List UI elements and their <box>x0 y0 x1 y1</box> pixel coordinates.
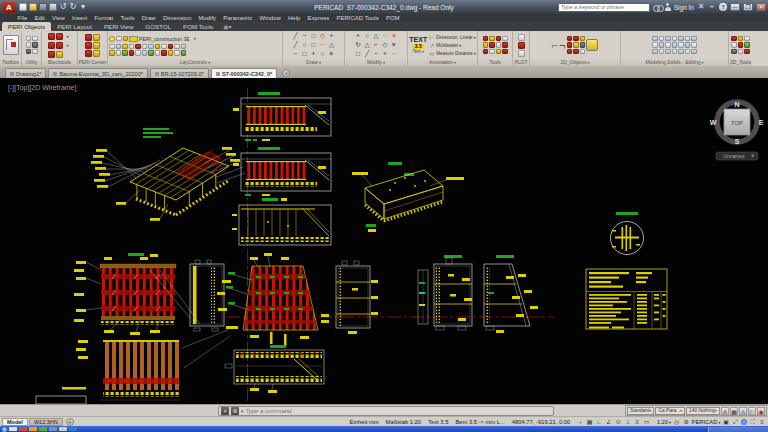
ribbon-tool-icon[interactable] <box>56 51 63 58</box>
layer-freeze-icon[interactable] <box>116 36 122 42</box>
drawing-canvas[interactable]: [-][Top][2D Wireframe] <box>0 78 768 404</box>
system-tray[interactable] <box>708 427 768 432</box>
update-style-icon[interactable]: ◉ <box>757 407 765 415</box>
save-icon[interactable] <box>39 3 47 11</box>
dimension-linear-button[interactable]: ⊢Dimension, Linear <box>428 34 475 41</box>
mline-tool-icon[interactable] <box>328 50 336 58</box>
red-trapezoid-panel[interactable] <box>218 253 329 346</box>
revcloud-tool-icon[interactable] <box>292 50 300 58</box>
command-line[interactable]: × ⚙ ▾ <box>218 406 554 416</box>
taskbar-app-icon[interactable] <box>29 427 37 431</box>
region-tool-icon[interactable] <box>301 50 309 58</box>
partial-drawing-box[interactable] <box>36 396 86 404</box>
ribbon-tool-icon[interactable] <box>483 36 489 42</box>
menu-format[interactable]: Format <box>91 15 117 21</box>
circle-detail[interactable] <box>611 212 644 255</box>
offset-tool-icon[interactable] <box>372 50 380 58</box>
ribbon-tool-icon[interactable] <box>496 36 502 42</box>
ribbon-tool-icon[interactable] <box>85 50 92 57</box>
ribbon-tool-icon[interactable] <box>678 42 684 48</box>
command-recent-dropdown-icon[interactable]: ▾ <box>241 408 244 414</box>
viewcube-south[interactable]: S <box>735 138 740 145</box>
exchange-apps-icon[interactable]: ✕ <box>697 3 705 11</box>
dim-field[interactable]: Bem 3.5 -> mm L... <box>455 419 504 425</box>
style-combo-nothing[interactable]: 140 Nothing <box>686 407 720 415</box>
ribbon-tool-icon[interactable] <box>93 50 100 57</box>
close-button[interactable]: × <box>756 3 766 11</box>
table-style-icon[interactable]: ▦ <box>730 407 738 415</box>
ribbon-tool-icon[interactable] <box>129 50 135 56</box>
array-tool-icon[interactable] <box>390 41 398 49</box>
menu-view[interactable]: View <box>48 15 68 21</box>
ribbon-tool-icon[interactable] <box>731 36 737 42</box>
search-input[interactable] <box>559 4 649 10</box>
ribbon-tool-icon[interactable] <box>142 50 148 56</box>
ribbon-tool-icon[interactable] <box>142 44 148 50</box>
menu-insert[interactable]: Insert <box>68 15 90 21</box>
ribbon-tool-icon[interactable] <box>685 42 691 48</box>
ribbon-tool-icon[interactable] <box>496 42 502 48</box>
section-view-c[interactable] <box>434 255 472 330</box>
ribbon-tool-icon[interactable] <box>161 50 167 56</box>
ribbon-tool-icon[interactable] <box>168 50 174 56</box>
text-height-field[interactable]: Text 3.5 <box>428 419 448 425</box>
ribbon-tool-icon[interactable] <box>685 36 691 42</box>
rotate-tool-icon[interactable] <box>363 32 371 40</box>
layer-color-swatch[interactable] <box>129 36 138 42</box>
command-close-icon[interactable]: × <box>221 407 229 415</box>
sign-in-icon[interactable] <box>665 3 671 11</box>
ribbon-tool-icon[interactable] <box>122 44 128 50</box>
section-view-d[interactable] <box>484 255 538 333</box>
ribbon-tool-icon[interactable] <box>32 36 38 42</box>
viewport-label[interactable]: [-][Top][2D Wireframe] <box>8 84 77 92</box>
doc-tab-br15[interactable]: BR-15-10720S.0* <box>150 68 209 78</box>
toolbar-lock-icon[interactable]: ▣ <box>722 418 730 426</box>
app-logo-icon[interactable] <box>2 2 16 13</box>
ribbon-tool-icon[interactable] <box>181 50 187 56</box>
layer-dropdown-icon[interactable]: ▾ <box>191 35 199 43</box>
bom-table[interactable] <box>586 269 667 329</box>
solid-blob-icon[interactable] <box>586 39 598 51</box>
multipoint-tool-icon[interactable] <box>319 41 327 49</box>
ribbon-tool-icon[interactable] <box>48 51 55 58</box>
ribbon-tool-icon[interactable] <box>155 44 161 50</box>
ribbon-tool-icon[interactable] <box>665 36 671 42</box>
minimize-button[interactable]: ─ <box>730 3 740 11</box>
viewcube-north[interactable]: N <box>734 101 739 108</box>
explode-tool-icon[interactable] <box>354 50 362 58</box>
ribbon-tool-icon[interactable] <box>678 49 684 55</box>
move-tool-icon[interactable] <box>354 32 362 40</box>
ribbon-tool-icon[interactable] <box>174 50 180 56</box>
new-drawing-tab-button[interactable] <box>282 69 290 77</box>
ribbon-tool-icon[interactable] <box>135 44 141 50</box>
iso-formwork-view[interactable] <box>91 128 245 221</box>
ribbon-tool-icon[interactable] <box>496 49 502 55</box>
ribbon-tool-icon[interactable] <box>731 42 737 48</box>
doc-tab-drawing1[interactable]: Drawing1* <box>5 68 46 78</box>
red-grid-plan[interactable] <box>74 253 200 335</box>
command-customize-icon[interactable]: ⚙ <box>231 407 239 415</box>
ribbon-tool-icon[interactable] <box>489 36 495 42</box>
ribbon-tool-icon[interactable] <box>691 36 697 42</box>
layout-tab-w12[interactable]: W12.3HN <box>29 418 63 426</box>
help-icon[interactable] <box>719 3 727 11</box>
menu-draw[interactable]: Draw <box>138 15 159 21</box>
search-icon[interactable] <box>653 4 662 11</box>
communication-center-icon[interactable]: ⌁ <box>708 3 716 11</box>
taskbar-app-icon[interactable] <box>19 427 27 431</box>
ribbon-tool-icon[interactable] <box>122 50 128 56</box>
current-layer-name[interactable]: PERI_construction 3E <box>139 36 190 42</box>
ribbon-tool-icon[interactable] <box>109 44 115 50</box>
ribbon-tool-icon[interactable] <box>148 50 154 56</box>
panel-label-modify[interactable]: Modify <box>345 59 407 66</box>
ribbon-tool-icon[interactable] <box>32 49 38 55</box>
iso-box-view[interactable] <box>352 162 464 232</box>
ribbon-tool-icon[interactable] <box>652 49 658 55</box>
command-input[interactable] <box>246 408 551 414</box>
ucs-label[interactable]: Unnamed <box>724 154 745 159</box>
taskbar-app-icon[interactable] <box>59 427 67 431</box>
panel-label-draw[interactable]: Draw <box>283 59 344 66</box>
orange-grid-plan[interactable] <box>62 326 238 400</box>
unit-field[interactable]: Einheit mm <box>350 419 379 425</box>
polyline-tool-icon[interactable] <box>292 41 300 49</box>
